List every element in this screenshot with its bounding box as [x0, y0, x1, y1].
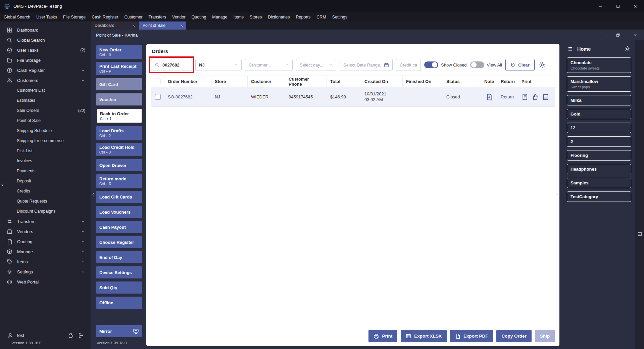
- sidebar-item-shipping-ecommerce[interactable]: Shipping for e-commerce: [0, 136, 91, 146]
- collapse-left-panel-handle[interactable]: [91, 191, 95, 198]
- lock-icon[interactable]: [68, 333, 73, 338]
- header-cell-store[interactable]: Store: [211, 76, 248, 87]
- sidebar-item-cash-register[interactable]: Cash Register: [0, 65, 91, 75]
- sidebar-item-manage[interactable]: Manage: [0, 247, 91, 257]
- choose-register-button[interactable]: Choose Register: [96, 236, 142, 248]
- header-cell-note[interactable]: Note: [481, 76, 497, 87]
- sidebar-item-deposit[interactable]: Deposit: [0, 176, 91, 186]
- sidebar-item-vendors[interactable]: Vendors: [0, 226, 91, 236]
- sidebar-item-items[interactable]: Items: [0, 257, 91, 267]
- row-checkbox[interactable]: [155, 94, 161, 100]
- category-button[interactable]: Chocolate Chocolate sweets: [567, 57, 631, 73]
- order-table-row[interactable]: SO-0027682 NJ WIEDER 8459174545 $146.98 …: [151, 87, 555, 107]
- category-button[interactable]: Headphones: [567, 164, 631, 174]
- cash-payout-button[interactable]: Cash Payout: [96, 221, 142, 233]
- device-settings-button[interactable]: Device Settings: [96, 266, 142, 278]
- day-select[interactable]: Select day...: [296, 59, 336, 71]
- show-closed-toggle[interactable]: [424, 61, 438, 68]
- menu-item-stores[interactable]: Stores: [247, 15, 265, 19]
- header-cell-created-on[interactable]: Created On: [361, 76, 403, 87]
- back-to-order-button[interactable]: Back to Order Ctrl + 1: [96, 108, 142, 123]
- load-credit-hold-button[interactable]: Load Credit Hold Ctrl + 3: [96, 143, 142, 156]
- sidebar-item-credits[interactable]: Credits: [0, 186, 91, 196]
- logout-icon[interactable]: [78, 333, 84, 338]
- menu-item-settings[interactable]: Settings: [329, 15, 350, 19]
- tab-close-icon[interactable]: [180, 24, 184, 28]
- load-drafts-button[interactable]: Load Drafts Ctrl + 2: [96, 126, 142, 140]
- tab-dashboard[interactable]: Dashboard: [91, 21, 138, 30]
- order-search-input[interactable]: [162, 62, 189, 68]
- sidebar-item-quoting[interactable]: Quoting: [0, 236, 91, 247]
- category-button[interactable]: 2: [567, 136, 631, 147]
- tab-close-icon[interactable]: [132, 24, 136, 28]
- menu-item-transfers[interactable]: Transfers: [146, 15, 169, 19]
- menu-item-manage[interactable]: Manage: [209, 15, 230, 19]
- print-order-summary-icon[interactable]: [542, 94, 549, 100]
- header-cell-print[interactable]: Print: [518, 76, 555, 87]
- print-gift-receipt-icon[interactable]: [532, 94, 539, 100]
- new-order-button[interactable]: New Order Ctrl + 0: [96, 45, 142, 59]
- menu-item-user-tasks[interactable]: User Tasks: [33, 15, 60, 19]
- print-button[interactable]: Print: [368, 330, 397, 342]
- load-gift-cards-button[interactable]: Load Gift Cards: [96, 191, 142, 203]
- view-all-toggle[interactable]: [470, 61, 484, 68]
- sidebar-item-settings[interactable]: Settings: [0, 267, 91, 277]
- header-cell-total[interactable]: Total: [327, 76, 361, 87]
- sidebar-item-pick-list[interactable]: Pick List: [0, 146, 91, 156]
- category-button[interactable]: Marshmallow Sweet pops: [567, 76, 631, 92]
- sidebar-item-point-of-sale[interactable]: Point of Sale: [0, 116, 91, 126]
- menu-item-dictionaries[interactable]: Dictionaries: [265, 15, 293, 19]
- category-button[interactable]: Samples: [567, 178, 631, 188]
- return-link[interactable]: Return: [501, 94, 514, 99]
- menu-item-vendor[interactable]: Vendor: [169, 15, 189, 19]
- order-number-link[interactable]: SO-0027682: [168, 94, 193, 99]
- table-settings-gear-icon[interactable]: [539, 61, 546, 69]
- export-xlsx-button[interactable]: Export XLSX: [401, 330, 447, 342]
- sidebar-item-quote-requests[interactable]: Quote Requests: [0, 196, 91, 206]
- minimize-button[interactable]: [592, 0, 609, 12]
- sidebar-item-web-portal[interactable]: Web Portal: [0, 277, 91, 287]
- sidebar-item-payments[interactable]: Payments: [0, 166, 91, 176]
- sidebar-item-transfers[interactable]: Transfers: [0, 216, 91, 226]
- print-last-receipt-button[interactable]: Print Last Receipt Ctrl + P: [96, 62, 142, 75]
- gift-card-button[interactable]: Gift Card: [96, 78, 142, 90]
- menu-item-items[interactable]: Items: [231, 15, 247, 19]
- sidebar-item-dashboard[interactable]: Dashboard: [0, 25, 91, 35]
- category-button[interactable]: TestCategory: [567, 191, 631, 202]
- clear-filters-button[interactable]: Clear: [505, 59, 535, 71]
- sold-qty-button[interactable]: Sold Qty: [96, 281, 142, 294]
- sidebar-item-shipping-schedule[interactable]: Shipping Schedule: [0, 126, 91, 136]
- menu-item-quoting[interactable]: Quoting: [189, 15, 209, 19]
- menu-item-customer[interactable]: Customer: [121, 15, 145, 19]
- categories-gear-icon[interactable]: [624, 46, 631, 52]
- select-all-checkbox[interactable]: [155, 79, 160, 84]
- header-cell-finished-on[interactable]: Finished On: [403, 76, 443, 87]
- pos-restore-button[interactable]: [609, 30, 627, 40]
- copy-order-button[interactable]: Copy Order: [496, 330, 531, 342]
- return-mode-button[interactable]: Return mode Ctrl + R: [96, 174, 142, 188]
- voucher-button[interactable]: Voucher: [96, 93, 142, 105]
- sidebar-item-customers-list[interactable]: Customers List: [0, 85, 91, 95]
- pos-minimize-button[interactable]: [592, 30, 609, 40]
- collapse-categories-icon[interactable]: [637, 231, 643, 237]
- pos-close-button[interactable]: [627, 30, 644, 40]
- tab-point-of-sale[interactable]: Point of Sale: [139, 21, 186, 30]
- mirror-button[interactable]: Mirror: [96, 325, 142, 337]
- load-vouchers-button[interactable]: Load Vouchers: [96, 206, 142, 218]
- open-drawer-button[interactable]: Open Drawer: [96, 159, 142, 171]
- header-cell-customer-phone[interactable]: Customer Phone: [285, 76, 327, 87]
- menu-item-crm[interactable]: CRM: [313, 15, 329, 19]
- expand-right-panel-handle[interactable]: [555, 191, 559, 198]
- sidebar-item-global-search[interactable]: Global Search: [0, 35, 91, 45]
- category-button[interactable]: 12: [567, 123, 631, 133]
- header-cell-order-number[interactable]: Order Number: [164, 76, 211, 87]
- maximize-button[interactable]: [609, 0, 627, 12]
- header-cell-customer[interactable]: Customer: [248, 76, 285, 87]
- menu-item-file-storage[interactable]: File Storage: [60, 15, 89, 19]
- sidebar-item-user-tasks[interactable]: User Tasks (2): [0, 45, 91, 55]
- export-pdf-button[interactable]: Export PDF: [450, 330, 493, 342]
- category-button[interactable]: Gold: [567, 109, 631, 119]
- order-search-field[interactable]: [151, 59, 192, 71]
- collapse-sidebar-handle[interactable]: [0, 181, 5, 188]
- sidebar-item-discount-campaigns[interactable]: Discount Campaigns: [0, 206, 91, 216]
